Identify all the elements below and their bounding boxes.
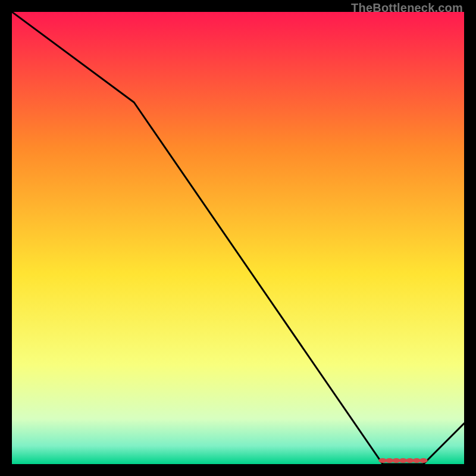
gradient-background (12, 12, 464, 464)
chart-frame (12, 12, 464, 464)
minimum-marker (419, 458, 428, 463)
bottleneck-chart (12, 12, 464, 464)
